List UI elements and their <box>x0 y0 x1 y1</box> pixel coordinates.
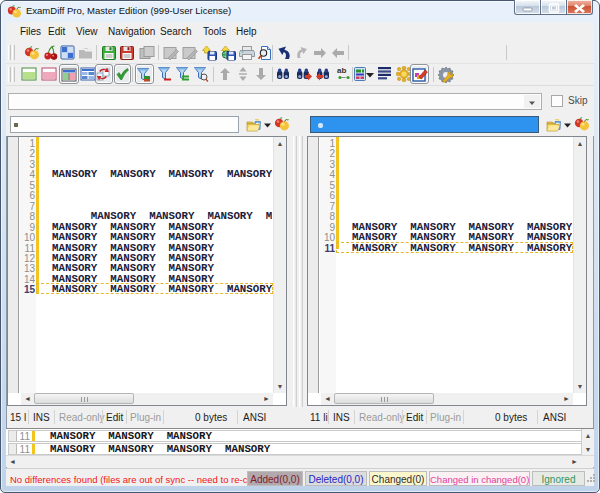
svg-text:ab: ab <box>337 66 346 75</box>
